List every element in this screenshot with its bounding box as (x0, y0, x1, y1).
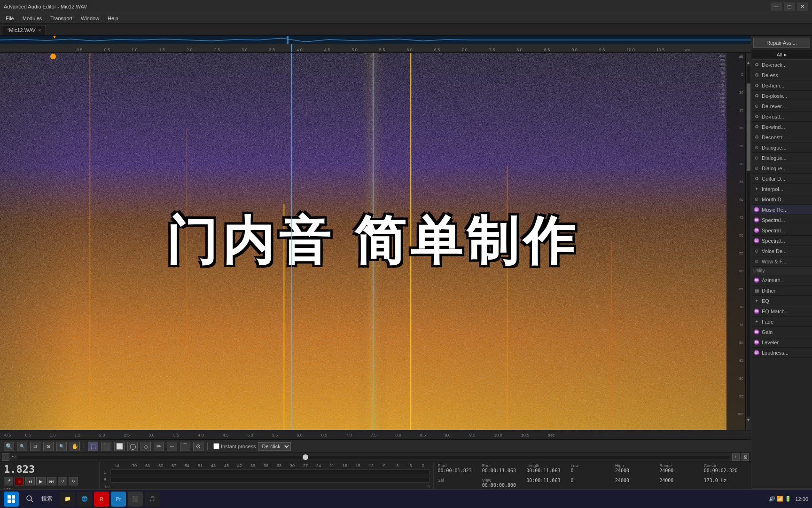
transport-play-button[interactable]: ▶ (36, 477, 46, 485)
meter-bar-r (110, 477, 429, 483)
panel-item-fade[interactable]: ✦ Fade (751, 317, 812, 327)
panel-item-derustl[interactable]: ♻ De-rustl... (751, 111, 812, 122)
tab-close-button[interactable]: × (39, 28, 41, 33)
pencil-button[interactable]: ✏ (154, 442, 164, 451)
time-select-button[interactable]: ⬛ (101, 442, 111, 451)
panel-item-azimuth[interactable]: ♒ Azimuth... (751, 275, 812, 286)
vertical-scrollbar[interactable]: ▲ ▼ (745, 53, 751, 430)
panel-item-deconstruct[interactable]: ♻ Deconstr... (751, 132, 812, 143)
scroll-down-arrow[interactable]: ▼ (746, 418, 750, 422)
zoom-fit-small[interactable]: ⊠ (742, 453, 749, 461)
panel-item-dialogue3[interactable]: ⊙ Dialogue... (751, 163, 812, 174)
spectrogram[interactable]: 门内音 简单制作 20k 15k 10k 7k 5k 3k 2k 1.5k 1k… (0, 53, 745, 430)
panel-item-musicre[interactable]: ♒ Music Re... (751, 205, 812, 215)
taskbar-app2-icon[interactable]: 🎵 (145, 492, 160, 507)
panel-item-loudness[interactable]: ♒ Loudness... (751, 348, 812, 358)
low-cell: Low 0 (571, 463, 614, 477)
rubber-band-button[interactable]: ⊘ (193, 442, 203, 451)
panel-item-dehum[interactable]: ♻ De-hum... (751, 80, 812, 91)
panel-item-wow[interactable]: ⊙ Wow & F... (751, 256, 812, 267)
timeline-ruler[interactable]: -0.5 0.5 1.0 1.5 2.0 2.5 3.0 3.5 4.0 4.5… (0, 44, 751, 53)
declick-dropdown[interactable]: De-click De-ess De-hum (258, 442, 291, 451)
maximize-button[interactable]: □ (784, 2, 795, 11)
transport-forward-button[interactable]: ⏭ (47, 477, 56, 485)
menu-modules[interactable]: Modules (19, 15, 46, 22)
meter-val: -39 (245, 463, 258, 468)
panel-item-eqmatch[interactable]: ♒ EQ Match... (751, 306, 812, 317)
panel-item-decrackle[interactable]: ♻ De-crack... (751, 60, 812, 70)
panel-item-voicede[interactable]: ⊙ Voice De... (751, 246, 812, 256)
waveform-overview[interactable] (0, 36, 751, 44)
hz-low-value: 0 (571, 478, 614, 483)
panel-item-gain[interactable]: ♒ Gain (751, 327, 812, 337)
zoom-in-button[interactable]: 🔍 (4, 442, 14, 451)
panel-item-spectral3[interactable]: ♒ Spectral... (751, 236, 812, 246)
transport-mic-button[interactable]: 🎤 (4, 477, 13, 485)
db-mark: 65 (726, 287, 745, 305)
close-button[interactable]: ✕ (797, 2, 808, 11)
panel-tab-all[interactable]: All ▶ (751, 50, 812, 59)
panel-item-mouth[interactable]: ⊙ Mouth D... (751, 194, 812, 205)
clock: 12:00 (795, 496, 808, 502)
zoom-slider[interactable] (18, 456, 730, 459)
low-value: 0 (571, 468, 614, 473)
panel-item-dialogue2[interactable]: ⊙ Dialogue... (751, 153, 812, 163)
transport-record-button[interactable]: ● (15, 477, 24, 485)
menu-help[interactable]: Help (104, 15, 122, 22)
panel-item-spectral1[interactable]: ♒ Spectral... (751, 215, 812, 225)
instant-process-checkbox-label[interactable]: Instant process (213, 443, 256, 449)
panel-item-interpolate[interactable]: ✦ Interpol... (751, 184, 812, 194)
eraser-button[interactable]: ↔ (167, 442, 177, 451)
panel-item-dewind[interactable]: ♻ De-wind... (751, 122, 812, 132)
zoom-fit-button[interactable]: ⊡ (30, 442, 40, 451)
menu-window[interactable]: Window (77, 15, 103, 22)
hand-tool-button[interactable]: ✋ (70, 442, 80, 451)
vertical-scrollbar-track[interactable] (747, 66, 750, 417)
zoom-out-small[interactable]: − (2, 453, 9, 461)
taskbar-app-icon[interactable]: ⬛ (128, 492, 143, 507)
transport-rewind-button[interactable]: ⏮ (25, 477, 35, 485)
zoom-in-small[interactable]: + (732, 453, 740, 461)
spectral2-label: Spectral... (762, 228, 785, 233)
instant-process-checkbox[interactable] (213, 443, 219, 449)
taskbar-file-icon[interactable]: 📁 (60, 492, 75, 507)
zoom-out-button[interactable]: 🔍 (17, 442, 27, 451)
panel-item-dereverb[interactable]: ⊙ De-rever... (751, 101, 812, 111)
zoom-sel-button[interactable]: ⊠ (43, 442, 54, 451)
zoom-slider-thumb[interactable] (303, 454, 308, 460)
search-icon (26, 495, 34, 503)
healing-button[interactable]: ⌒ (180, 442, 190, 451)
instant-process-label: Instant process (221, 444, 256, 449)
panel-item-guitar[interactable]: ♻ Guitar D... (751, 174, 812, 184)
titlebar-controls: — □ ✕ (771, 2, 808, 11)
scroll-up-arrow[interactable]: ▲ (746, 60, 750, 65)
magic-wand-button[interactable]: ◇ (141, 442, 151, 451)
freq-select-button[interactable]: ⬜ (114, 442, 125, 451)
meter-val: -24 (311, 463, 324, 468)
panel-item-dither[interactable]: ▦ Dither (751, 286, 812, 296)
tab-mic12[interactable]: *Mic12.WAV × (2, 25, 46, 35)
transport-extra-button[interactable]: ↻ (69, 477, 78, 485)
panel-item-spectral2[interactable]: ♒ Spectral... (751, 225, 812, 236)
menu-transport[interactable]: Transport (47, 15, 76, 22)
panel-item-eq[interactable]: ✦ EQ (751, 296, 812, 306)
start-button[interactable] (4, 492, 19, 507)
hz-cursor-value: 173.0 Hz (704, 478, 747, 483)
lasso-button[interactable]: ◯ (127, 442, 138, 451)
panel-item-dialogue1[interactable]: ⊙ Dialogue... (751, 143, 812, 153)
vertical-scrollbar-thumb[interactable] (747, 83, 750, 171)
taskbar-edge-icon[interactable]: 🌐 (77, 492, 92, 507)
panel-item-deplosive[interactable]: ♻ De-plosiv... (751, 91, 812, 101)
panel-item-leveler[interactable]: ♒ Leveler (751, 337, 812, 348)
taskbar-adobe2-icon[interactable]: Pr (111, 492, 126, 507)
zoom-out2-button[interactable]: 🔍 (56, 442, 67, 451)
repair-assist-button[interactable]: Repair Assi... (753, 38, 810, 48)
panel-list[interactable]: ♻ De-crack... ♻ De-ess ♻ De-hum... ♻ De-… (751, 60, 812, 488)
taskbar-adobe-icon[interactable]: R (94, 492, 109, 507)
transport-loop-button[interactable]: ↺ (58, 477, 67, 485)
rect-select-button[interactable]: ⬚ (88, 442, 98, 451)
minimize-button[interactable]: — (771, 2, 782, 11)
panel-item-deess[interactable]: ♻ De-ess (751, 70, 812, 80)
menu-file[interactable]: File (2, 15, 18, 22)
search-taskbar-button[interactable] (23, 492, 38, 507)
